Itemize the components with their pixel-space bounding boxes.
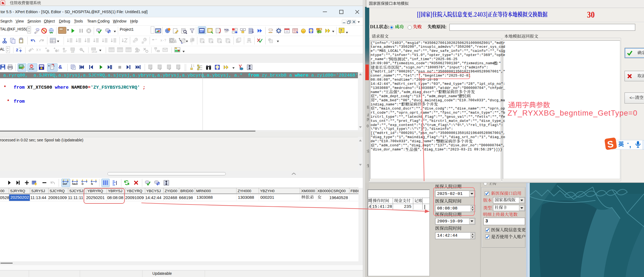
svg-text:x-?: x-? xyxy=(160,39,166,43)
svg-text:#?X!: #?X! xyxy=(29,68,34,70)
svg-text:ddl: ddl xyxy=(71,51,74,53)
svg-text:1010: 1010 xyxy=(92,51,97,54)
svg-text:SQL: SQL xyxy=(224,28,229,31)
svg-text:?: ? xyxy=(340,29,342,33)
svg-text:!: ! xyxy=(58,49,59,53)
svg-text:XＹ: XＹ xyxy=(36,48,42,52)
svg-text:2: 2 xyxy=(16,47,18,52)
